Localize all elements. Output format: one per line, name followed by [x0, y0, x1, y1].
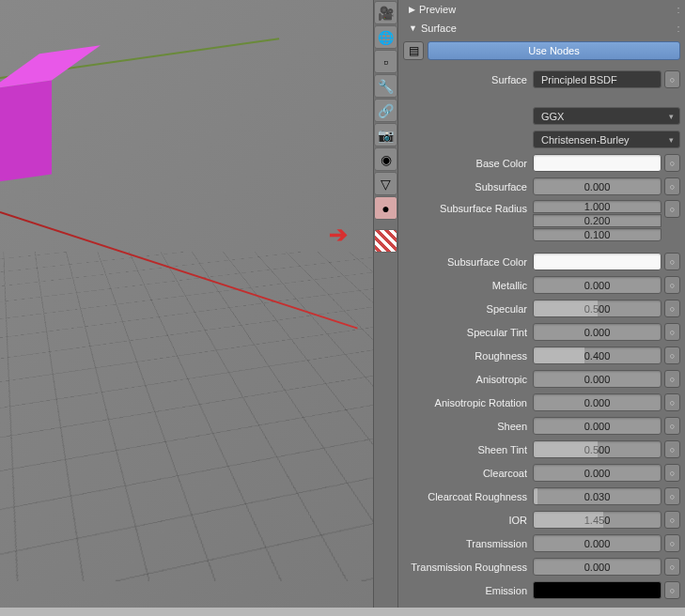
subsurface-color-swatch[interactable]: [533, 253, 662, 270]
sss-radius-g[interactable]: 0.200: [533, 214, 662, 227]
node-socket-button[interactable]: ○: [664, 200, 680, 218]
specular-tint-slider[interactable]: 0.000: [533, 323, 662, 341]
properties-tabs: 🎥 🌐 ▫ 🔧 🔗 📷 ◉ ▽ ●: [373, 0, 398, 608]
sheen-tint-label: Sheen Tint: [403, 444, 533, 455]
node-socket-button[interactable]: ○: [664, 393, 680, 411]
tab-camera[interactable]: 📷: [374, 123, 397, 146]
emission-label: Emission: [403, 585, 533, 596]
emission-color-swatch[interactable]: [533, 581, 662, 599]
sheen-label: Sheen: [403, 421, 533, 432]
tab-object[interactable]: ▫: [374, 50, 397, 73]
node-socket-button[interactable]: ○: [664, 154, 680, 172]
sss-radius-b[interactable]: 0.100: [533, 228, 662, 241]
transmission-roughness-label: Transmission Roughness: [403, 562, 533, 573]
metallic-slider[interactable]: 0.000: [533, 276, 662, 294]
node-socket-button[interactable]: ○: [664, 346, 680, 364]
node-socket-button[interactable]: ○: [664, 558, 680, 576]
anisotropic-rotation-label: Anisotropic Rotation: [403, 397, 533, 408]
subsurface-color-label: Subsurface Color: [403, 256, 533, 268]
expand-icon: ▼: [409, 23, 417, 33]
sss-method-dropdown[interactable]: Christensen-Burley: [533, 131, 680, 148]
panel-surface-header[interactable]: ▼ Surface ::::: [403, 19, 680, 38]
tab-modifiers[interactable]: 🔧: [374, 74, 397, 98]
node-socket-button[interactable]: ○: [664, 276, 680, 294]
anisotropic-label: Anisotropic: [403, 374, 533, 385]
surface-label: Surface: [403, 74, 533, 85]
subsurface-label: Subsurface: [403, 181, 533, 192]
specular-tint-label: Specular Tint: [403, 327, 533, 338]
ior-label: IOR: [403, 515, 533, 526]
anisotropic-rotation-slider[interactable]: 0.000: [533, 393, 662, 411]
node-socket-button[interactable]: ○: [664, 581, 680, 599]
metallic-label: Metallic: [403, 280, 533, 291]
roughness-slider[interactable]: 0.400: [533, 346, 662, 364]
clearcoat-slider[interactable]: 0.000: [533, 464, 662, 482]
transmission-label: Transmission: [403, 538, 533, 549]
tab-constraints[interactable]: 🔗: [374, 99, 397, 122]
node-socket-button[interactable]: ○: [664, 417, 680, 435]
subsurface-slider[interactable]: 0.000: [533, 177, 662, 195]
node-socket-button[interactable]: ○: [664, 487, 680, 505]
node-socket-button[interactable]: ○: [664, 177, 680, 195]
transmission-roughness-slider[interactable]: 0.000: [533, 558, 662, 576]
sheen-slider[interactable]: 0.000: [533, 417, 662, 435]
node-socket-button[interactable]: ○: [664, 323, 680, 341]
clearcoat-label: Clearcoat: [403, 468, 533, 479]
grid-floor: [0, 252, 373, 580]
node-editor-button[interactable]: ▤: [403, 41, 424, 60]
node-socket-button[interactable]: ○: [664, 511, 680, 529]
roughness-label: Roughness: [403, 350, 533, 362]
use-nodes-button[interactable]: Use Nodes: [428, 41, 680, 60]
specular-slider[interactable]: 0.500: [533, 300, 662, 317]
viewport-3d[interactable]: [0, 0, 373, 608]
tab-data[interactable]: ▽: [374, 172, 397, 195]
mesh-cube[interactable]: [0, 80, 52, 182]
panel-title: Preview: [419, 4, 456, 15]
base-color-swatch[interactable]: [533, 154, 662, 172]
specular-label: Specular: [403, 303, 533, 315]
tab-render[interactable]: 🎥: [374, 1, 397, 24]
panel-preview-header[interactable]: ▶ Preview ::::: [403, 0, 680, 19]
annotation-arrow-material-tab: ➔: [329, 222, 348, 248]
node-socket-button[interactable]: ○: [664, 70, 680, 88]
tab-physics[interactable]: ◉: [374, 147, 397, 171]
properties-panel: ▶ Preview :::: ▼ Surface :::: ▤ Use Node…: [398, 0, 685, 608]
node-socket-button[interactable]: ○: [664, 464, 680, 482]
subsurface-radius-label: Subsurface Radius: [403, 200, 533, 214]
sss-radius-r[interactable]: 1.000: [533, 200, 662, 213]
tab-material[interactable]: ●: [374, 196, 397, 220]
node-socket-button[interactable]: ○: [664, 534, 680, 552]
distribution-dropdown[interactable]: GGX: [533, 107, 680, 125]
clearcoat-roughness-slider[interactable]: 0.030: [533, 487, 662, 505]
tab-texture[interactable]: [374, 229, 397, 253]
collapse-icon: ▶: [409, 5, 415, 14]
status-bar: [0, 608, 685, 616]
node-socket-button[interactable]: ○: [664, 253, 680, 270]
node-socket-button[interactable]: ○: [664, 440, 680, 458]
surface-shader-dropdown[interactable]: Principled BSDF: [533, 70, 662, 88]
clearcoat-roughness-label: Clearcoat Roughness: [403, 491, 533, 502]
sheen-tint-slider[interactable]: 0.500: [533, 440, 662, 458]
tab-world[interactable]: 🌐: [374, 25, 397, 49]
transmission-slider[interactable]: 0.000: [533, 534, 662, 552]
ior-slider[interactable]: 1.450: [533, 511, 662, 529]
anisotropic-slider[interactable]: 0.000: [533, 370, 662, 388]
node-socket-button[interactable]: ○: [664, 300, 680, 317]
base-color-label: Base Color: [403, 158, 533, 169]
panel-title: Surface: [421, 23, 457, 34]
node-socket-button[interactable]: ○: [664, 370, 680, 388]
